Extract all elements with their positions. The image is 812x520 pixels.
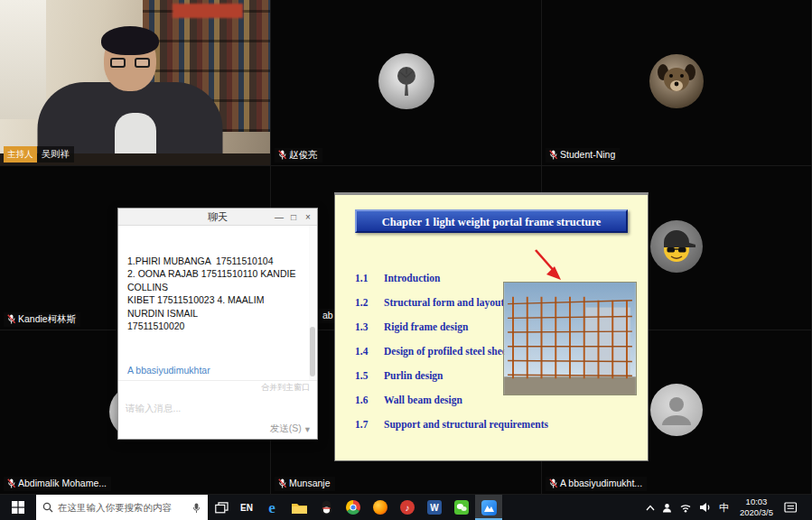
task-view-icon [215, 502, 229, 514]
participant-label: 赵俊亮 [275, 148, 322, 162]
firefox-icon [373, 500, 387, 515]
toc-item: 1.6Wall beam design [355, 395, 548, 419]
video-tile[interactable]: 主持人 吴则祥 [0, 0, 271, 166]
action-center-icon[interactable] [784, 501, 798, 514]
shared-screen-slide: Chapter 1 light weight portal frame stru… [334, 192, 649, 461]
participant-label: A bbasiyudimukht... [546, 477, 647, 491]
host-badge: 主持人 [4, 146, 37, 162]
taskbar-app-chrome[interactable] [340, 495, 367, 520]
muted-mic-icon [278, 150, 286, 160]
muted-mic-icon [549, 478, 557, 488]
toc-item: 1.7Support and structural requirements [355, 419, 548, 443]
muted-mic-icon [549, 150, 557, 160]
task-view-button[interactable] [208, 495, 235, 520]
tree-icon [388, 63, 425, 99]
qq-penguin-icon [320, 500, 333, 515]
participant-name: 赵俊亮 [289, 149, 318, 161]
music-note-icon: ♪ [406, 503, 410, 513]
meeting-window: 主持人 吴则祥 赵俊亮 [0, 0, 812, 520]
taskbar-app-word[interactable]: W [421, 495, 448, 520]
chat-message-list: 1.PHIRI MUBANGA 17511510104 2. OONA RAJA… [118, 226, 317, 380]
chat-window: 聊天 — □ × 1.PHIRI MUBANGA 17511510104 2. … [117, 208, 318, 440]
participant-name: Abdimalik Mohame... [18, 478, 107, 489]
books [173, 4, 243, 18]
avatar [378, 53, 434, 109]
chat-scrollbar-thumb[interactable] [310, 327, 315, 376]
participant-label: Munsanje [275, 477, 335, 491]
taskbar-empty-area [502, 495, 646, 520]
windows-taskbar: EN e [0, 495, 812, 520]
participant-name: A bbasiyudimukht... [560, 478, 642, 489]
volume-icon[interactable] [699, 502, 712, 513]
minimize-button[interactable]: — [272, 209, 286, 226]
mic-icon[interactable] [191, 502, 201, 514]
participant-label: Student-Ning [546, 148, 620, 162]
person-silhouette-icon [655, 388, 698, 432]
folder-icon [292, 502, 307, 514]
chat-message: 1.PHIRI MUBANGA 17511510104 2. OONA RAJA… [127, 255, 303, 333]
glasses-left [110, 58, 126, 68]
people-tray-icon[interactable] [662, 503, 672, 513]
video-tile[interactable]: Student-Ning [542, 0, 812, 166]
participant-video [0, 0, 270, 165]
send-button[interactable]: 发送(S) ▾ [270, 422, 310, 435]
participant-name: Student-Ning [560, 149, 615, 161]
glasses-right [135, 58, 150, 68]
muted-mic-icon [278, 478, 286, 488]
taskbar-app-wechat[interactable] [448, 495, 475, 520]
maximize-button[interactable]: □ [286, 209, 301, 226]
dog-icon [655, 60, 698, 103]
taskbar-app-meeting-active[interactable] [475, 495, 502, 520]
taskbar-app-qq[interactable] [313, 495, 340, 520]
participant-name: Kandie柯林斯 [18, 313, 76, 325]
participant-name: ab [322, 310, 333, 321]
avatar [650, 384, 703, 436]
close-button[interactable]: × [301, 209, 315, 226]
search-icon [42, 502, 53, 513]
taskbar-clock[interactable]: 10:03 2020/3/5 [736, 497, 777, 518]
chat-scrollbar[interactable] [309, 226, 316, 380]
avatar [650, 220, 703, 273]
red-arrow-annotation [530, 246, 575, 287]
language-indicator[interactable]: EN [235, 495, 258, 520]
network-icon[interactable] [679, 503, 692, 513]
system-tray: 中 10:03 2020/3/5 [646, 495, 812, 520]
chat-send-row: 发送(S) ▾ [118, 421, 317, 439]
participant-name: Munsanje [289, 478, 331, 489]
muted-mic-icon [7, 314, 15, 324]
steel-structure-photo [503, 282, 637, 395]
search-input[interactable] [58, 502, 187, 513]
merge-to-main-window-button[interactable]: 合并到主窗口 [261, 381, 310, 395]
chrome-icon [346, 500, 360, 515]
taskbar-app-file-explorer[interactable] [285, 495, 313, 520]
ime-indicator[interactable]: 中 [719, 501, 729, 515]
slide-title: Chapter 1 light weight portal frame stru… [355, 209, 628, 233]
tray-caret-up-icon[interactable] [646, 505, 655, 511]
person-head [104, 32, 156, 91]
edge-icon: e [268, 500, 275, 515]
taskbar-app-firefox[interactable] [367, 495, 394, 520]
wechat-icon [454, 500, 469, 515]
clock-time: 10:03 [740, 497, 773, 507]
taskbar-search-box[interactable] [36, 495, 208, 520]
person-hair [101, 26, 159, 55]
meeting-app-icon [481, 500, 497, 515]
avatar [649, 54, 704, 108]
participant-label: Abdimalik Mohame... [4, 477, 111, 491]
video-tile[interactable]: 赵俊亮 [271, 0, 542, 166]
taskbar-app-edge[interactable]: e [258, 495, 285, 520]
cool-guy-icon [655, 225, 698, 268]
participant-label: Kandie柯林斯 [4, 312, 80, 327]
chat-titlebar[interactable]: 聊天 — □ × [118, 209, 317, 226]
word-icon: W [427, 500, 442, 515]
chat-message-input[interactable] [118, 395, 317, 422]
chat-window-controls: — □ × [272, 209, 315, 226]
participant-label: 主持人 吴则祥 [4, 146, 74, 162]
taskbar-app-netease-music[interactable]: ♪ [394, 495, 421, 520]
windows-logo-icon [12, 501, 24, 514]
clock-date: 2020/3/5 [740, 507, 773, 518]
start-button[interactable] [0, 495, 36, 520]
window-light [0, 0, 46, 119]
send-dropdown-caret-icon[interactable]: ▾ [305, 423, 310, 434]
chat-toolbar: 合并到主窗口 [118, 380, 317, 395]
